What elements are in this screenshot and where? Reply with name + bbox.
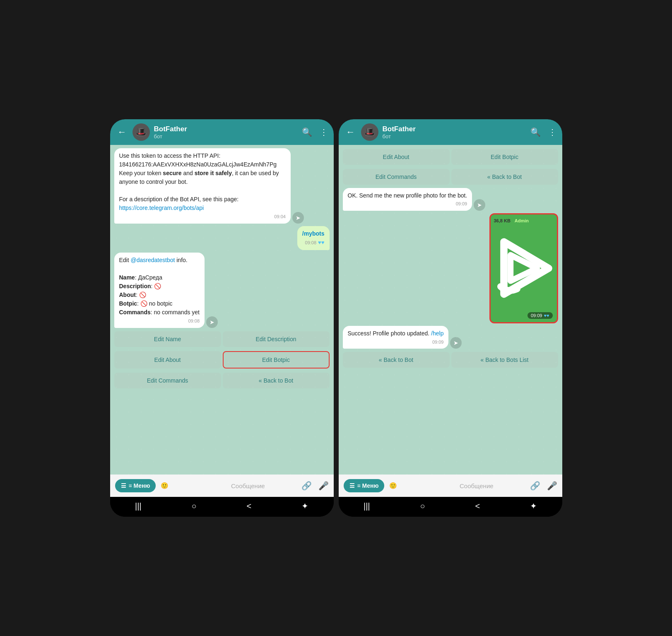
help-link[interactable]: /help [431,330,443,337]
api-text: Use this token to access the HTTP API: 1… [119,152,286,212]
chat-header-left: ← 🎩 BotFather бот 🔍 ⋮ [110,119,334,145]
search-icon-right[interactable]: 🔍 [530,127,541,137]
attach-icon-right[interactable]: 🔗 [530,481,540,491]
btn-grid-top: Edit Name Edit Description [114,330,330,348]
bottom-icons-left: 🔗 🎤 [301,481,329,491]
bubble-botinfo: Edit @dasredatestbot info. Name: ДаСреда… [114,253,205,328]
msg-row-success: Success! Profile photo updated. /help 09… [343,326,558,349]
img-time-badge: 09:09 ♥♥ [527,312,553,319]
mybots-time: 09:08 [305,240,317,246]
edit-name-btn[interactable]: Edit Name [114,331,221,347]
chat-body-right: Edit About Edit Botpic Edit Commands « B… [339,145,562,475]
play-icon-area [491,214,557,322]
forward-btn-success[interactable]: ➤ [450,337,462,349]
bubble-mybots: /mybots 09:08 ♥♥ [297,226,330,250]
phones-container: ← 🎩 BotFather бот 🔍 ⋮ Use this token to … [110,119,562,517]
search-icon-left[interactable]: 🔍 [302,127,312,137]
back-to-bot-final-btn[interactable]: « Back to Bot [343,352,450,368]
emoji-btn-right[interactable]: 🙂 [389,482,455,489]
admin-badge: Admin [512,218,531,224]
nav-assist-icon-right[interactable]: ✦ [530,501,537,511]
nav-recents-icon-left[interactable]: < [246,501,251,511]
success-time: 09:09 [432,339,444,346]
header-name-left: BotFather [154,125,298,133]
avatar-left: 🎩 [132,123,150,141]
file-size: 36,8 KB [494,218,511,223]
emoji-btn-left[interactable]: 🙂 [161,482,226,489]
phone-right: ← 🎩 BotFather бот 🔍 ⋮ Edit About Edit Bo… [339,119,562,517]
message-input-left[interactable]: Сообщение [231,482,296,489]
menu-icon-right[interactable]: ⋮ [548,127,556,137]
btn-grid-top-right-2: Edit Commands « Back to Bot [343,168,558,186]
img-ticks: ♥♥ [544,313,549,318]
hamburger-icon-right: ☰ [349,482,355,489]
bottom-icons-right: 🔗 🎤 [530,481,557,491]
hamburger-icon-left: ☰ [121,482,126,489]
chat-bottom-right: ☰ ≡ Меню 🙂 Сообщение 🔗 🎤 [339,475,562,497]
nav-recents-icon-right[interactable]: < [475,501,480,511]
menu-icon-left[interactable]: ⋮ [320,127,328,137]
img-time: 09:09 [531,313,542,318]
nav-bar-left: ||| ○ < ✦ [110,497,334,517]
chat-header-right: ← 🎩 BotFather бот 🔍 ⋮ [339,119,562,145]
edit-commands-btn-right[interactable]: Edit Commands [343,169,450,185]
menu-btn-right[interactable]: ☰ ≡ Меню [344,479,385,492]
edit-botpic-btn-right[interactable]: Edit Botpic [451,149,558,165]
nav-home-icon-left[interactable]: ○ [191,501,196,511]
bubble-api: Use this token to access the HTTP API: 1… [114,148,291,224]
ok-time: 09:09 [456,201,467,207]
mic-icon-left[interactable]: 🎤 [318,481,329,491]
menu-btn-left[interactable]: ☰ ≡ Меню [115,479,156,492]
msg-row-ok: OK. Send me the new profile photo for th… [343,188,558,211]
attach-icon-left[interactable]: 🔗 [301,481,312,491]
msg-row-image: 36,8 KB Admin 09:09 ♥♥ [343,213,558,323]
forward-btn-ok[interactable]: ➤ [474,199,485,211]
btn-grid-top-right-1: Edit About Edit Botpic [343,148,558,166]
message-input-right[interactable]: Сообщение [460,482,525,489]
header-info-right: BotFather бот [383,125,526,140]
api-link[interactable]: https://core.telegram.org/bots/api [119,205,204,211]
bubble-success: Success! Profile photo updated. /help 09… [343,326,449,349]
botinfo-time: 09:08 [188,318,200,325]
mybots-text: /mybots [302,230,325,237]
bubble-ok: OK. Send me the new profile photo for th… [343,188,472,211]
back-button-right[interactable]: ← [344,125,357,139]
nav-assist-icon-left[interactable]: ✦ [301,501,308,511]
back-button-left[interactable]: ← [116,125,128,139]
msg-row-mybots: /mybots 09:08 ♥♥ [114,226,330,250]
forward-btn-api[interactable]: ➤ [292,212,304,224]
btn-grid-bot: Edit Commands « Back to Bot [114,372,330,389]
menu-label-left: ≡ Меню [129,482,150,489]
phone-left: ← 🎩 BotFather бот 🔍 ⋮ Use this token to … [110,119,334,517]
header-name-right: BotFather [383,125,526,133]
header-sub-right: бот [383,133,526,140]
edit-about-btn-left[interactable]: Edit About [114,351,221,369]
success-text: Success! Profile photo updated. /help [348,329,444,337]
header-info-left: BotFather бот [154,125,298,140]
btn-grid-bottom-right: « Back to Bot « Back to Bots List [343,351,558,369]
nav-back-icon-right[interactable]: ||| [364,501,370,511]
edit-description-btn[interactable]: Edit Description [223,331,330,347]
api-time: 09:04 [274,214,286,220]
image-bubble: 36,8 KB Admin 09:09 ♥♥ [489,213,558,323]
nav-home-icon-right[interactable]: ○ [420,501,425,511]
msg-row-api: Use this token to access the HTTP API: 1… [114,148,330,224]
back-to-bots-list-btn[interactable]: « Back to Bots List [451,352,558,368]
header-icons-right: 🔍 ⋮ [530,127,556,137]
nav-back-icon-left[interactable]: ||| [135,501,142,511]
header-sub-left: бот [154,133,298,140]
forward-btn-botinfo[interactable]: ➤ [206,316,218,328]
mic-icon-right[interactable]: 🎤 [547,481,557,491]
edit-botpic-btn-left[interactable]: Edit Botpic [223,351,330,369]
img-label: 36,8 KB Admin [494,218,532,224]
ok-text: OK. Send me the new profile photo for th… [348,191,467,200]
back-to-bot-btn-right[interactable]: « Back to Bot [451,169,558,185]
play-svg [491,235,557,301]
edit-about-btn-right[interactable]: Edit About [343,149,450,165]
menu-label-right: ≡ Меню [357,482,379,489]
back-to-bot-btn-left[interactable]: « Back to Bot [223,373,330,388]
edit-commands-btn-left[interactable]: Edit Commands [114,373,221,388]
avatar-right: 🎩 [361,123,378,141]
mybots-ticks: ♥♥ [318,239,324,247]
msg-row-botinfo: Edit @dasredatestbot info. Name: ДаСреда… [114,253,330,328]
